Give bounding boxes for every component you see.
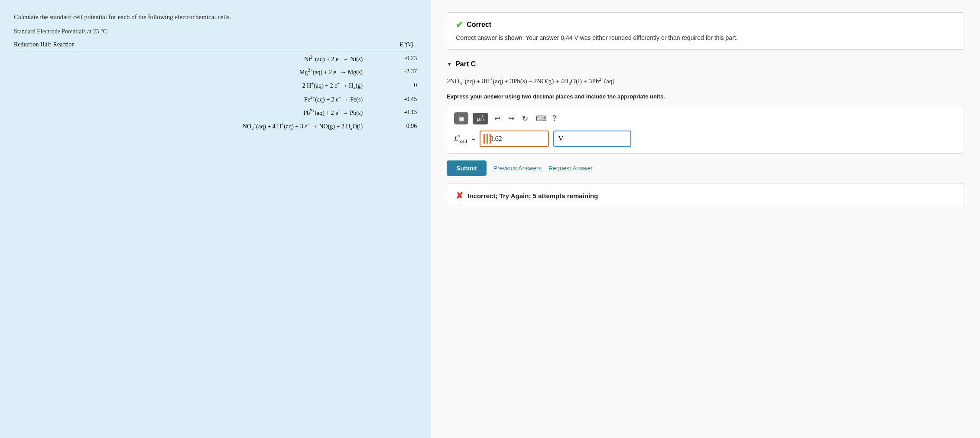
part-c-section: ▼ Part C 2NO3−(aq) + 8H+(aq) + 3Pb(s)→2N…	[447, 60, 964, 208]
request-answer-button[interactable]: Request Answer	[548, 165, 593, 172]
undo-icon: ↩	[494, 114, 500, 123]
correct-label: Correct	[467, 21, 491, 29]
reaction-cell: Mg2+(aq) + 2 e− → Mg(s)	[14, 65, 370, 78]
redo-icon: ↪	[508, 114, 514, 123]
value-cell: -0.23	[370, 52, 417, 65]
incorrect-box: ✘ Incorrect; Try Again; 5 attempts remai…	[447, 183, 964, 208]
value-cell: -0.45	[370, 92, 417, 106]
refresh-icon: ↻	[522, 114, 528, 123]
answer-row: E°cell =	[454, 131, 957, 147]
table-row: Ni2+(aq) + 2 e− → Ni(s)-0.23	[14, 52, 417, 65]
value-cell: -2.37	[370, 65, 417, 78]
reaction-equation: 2NO3−(aq) + 8H+(aq) + 3Pb(s)→2NO(g) + 4H…	[447, 75, 964, 87]
table-row: Fe2+(aq) + 2 e− → Fe(s)-0.45	[14, 92, 417, 106]
part-c-header: ▼ Part C	[447, 60, 964, 68]
action-row: Submit Previous Answers Request Answer	[447, 160, 964, 176]
x-icon: ✘	[456, 190, 463, 201]
help-icon[interactable]: ?	[553, 114, 556, 123]
format-button[interactable]: ▦	[454, 112, 468, 124]
mu-button[interactable]: μÅ	[473, 113, 488, 124]
incorrect-text: Incorrect; Try Again; 5 attempts remaini…	[467, 192, 598, 199]
reaction-cell: Pb2+(aq) + 2 e− → Pb(s)	[14, 106, 370, 119]
answer-input[interactable]	[480, 131, 549, 147]
table-row: Mg2+(aq) + 2 e− → Mg(s)-2.37	[14, 65, 417, 78]
correct-header: ✔ Correct	[456, 20, 955, 30]
table-title: Standard Electrode Potentials at 25 °C	[14, 28, 417, 35]
mu-label: μÅ	[477, 115, 484, 122]
correct-box: ✔ Correct Correct answer is shown. Your …	[447, 12, 964, 50]
undo-button[interactable]: ↩	[493, 113, 502, 124]
redo-button[interactable]: ↪	[506, 113, 516, 124]
keyboard-icon: ⌨	[536, 114, 547, 123]
table-row: NO3−(aq) + 4 H+(aq) + 3 e− → NO(g) + 2 H…	[14, 119, 417, 133]
checkmark-icon: ✔	[456, 20, 463, 30]
reaction-cell: 2 H+(aq) + 2 e− → H2(g)	[14, 78, 370, 92]
electrode-table: Reduction Half-Reaction E°(V) Ni2+(aq) +…	[14, 39, 417, 134]
col-header-reaction: Reduction Half-Reaction	[14, 39, 370, 52]
value-cell: 0.96	[370, 119, 417, 133]
right-panel: ✔ Correct Correct answer is shown. Your …	[431, 0, 980, 438]
unit-input[interactable]	[553, 131, 631, 147]
format-icon: ▦	[458, 115, 464, 122]
instruction-text: Express your answer using two decimal pl…	[447, 93, 964, 100]
left-panel: Calculate the standard cell potential fo…	[0, 0, 431, 438]
value-cell: 0	[370, 78, 417, 92]
reaction-cell: Fe2+(aq) + 2 e− → Fe(s)	[14, 92, 370, 106]
problem-statement: Calculate the standard cell potential fo…	[14, 12, 417, 22]
part-c-label: Part C	[455, 60, 476, 68]
col-header-potential: E°(V)	[370, 39, 417, 52]
previous-answers-button[interactable]: Previous Answers	[493, 165, 542, 172]
table-row: Pb2+(aq) + 2 e− → Pb(s)-0.13	[14, 106, 417, 119]
correct-body: Correct answer is shown. Your answer 0.4…	[456, 33, 955, 42]
ecell-label: E°cell	[454, 134, 467, 144]
value-cell: -0.13	[370, 106, 417, 119]
keyboard-button[interactable]: ⌨	[534, 113, 548, 124]
collapse-icon[interactable]: ▼	[447, 61, 452, 67]
table-row: 2 H+(aq) + 2 e− → H2(g)0	[14, 78, 417, 92]
answer-input-box: ▦ μÅ ↩ ↪ ↻ ⌨ ?	[447, 106, 964, 154]
toolbar: ▦ μÅ ↩ ↪ ↻ ⌨ ?	[454, 112, 957, 124]
equals-sign: =	[471, 135, 475, 143]
reaction-cell: Ni2+(aq) + 2 e− → Ni(s)	[14, 52, 370, 65]
submit-button[interactable]: Submit	[447, 160, 486, 176]
answer-field-wrapper	[480, 131, 549, 147]
refresh-button[interactable]: ↻	[520, 113, 530, 124]
reaction-cell: NO3−(aq) + 4 H+(aq) + 3 e− → NO(g) + 2 H…	[14, 119, 370, 133]
